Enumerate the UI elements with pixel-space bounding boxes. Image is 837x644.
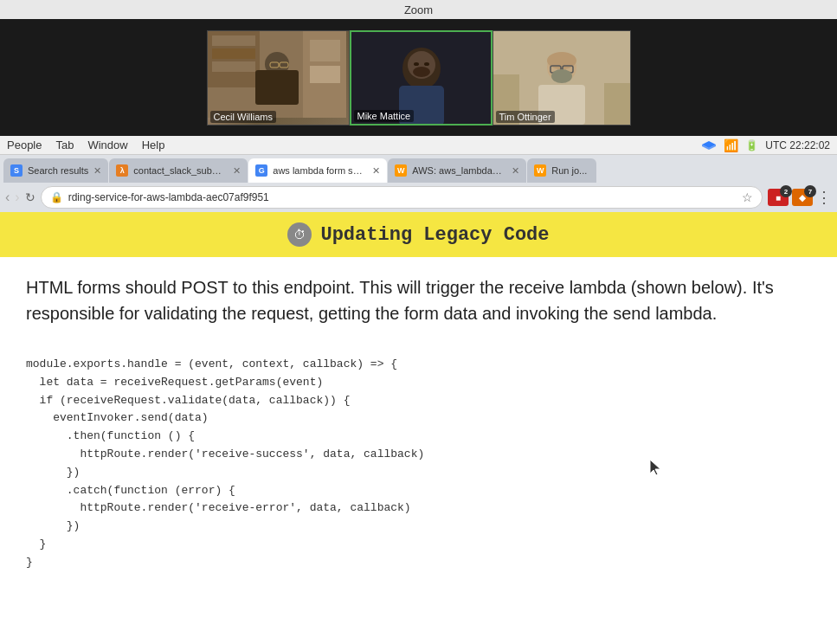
svg-rect-35 xyxy=(604,83,630,125)
badge-7: 7 xyxy=(804,185,816,197)
tab-1-label: Search results xyxy=(28,165,88,176)
participant-3-name: Tim Ottinger xyxy=(496,111,555,123)
banner-title: Updating Legacy Code xyxy=(320,224,549,246)
code-line-8: .catch(function (error) { xyxy=(26,482,811,500)
title-bar: Zoom xyxy=(0,0,837,19)
code-line-3: if (receiveRequest.validate(data, callba… xyxy=(26,392,811,410)
wifi-icon: 📶 xyxy=(724,138,738,152)
video-area: Cecil Williams xyxy=(0,19,837,136)
video-tile-2: Mike Mattice xyxy=(350,30,493,126)
article-paragraph: HTML forms should POST to this endpoint.… xyxy=(26,274,811,326)
page-content: ⏱ Updating Legacy Code HTML forms should… xyxy=(0,212,837,644)
code-line-4: eventInvoker.send(data) xyxy=(26,409,811,428)
tab-3-label: aws lambda form sub... xyxy=(273,165,367,176)
code-line-7: }) xyxy=(26,464,811,482)
url-text: rding-service-for-aws-lambda-aec07af9f95… xyxy=(68,191,742,203)
svg-point-19 xyxy=(414,62,419,66)
svg-rect-12 xyxy=(310,66,340,83)
forward-button[interactable]: › xyxy=(15,190,19,205)
svg-rect-11 xyxy=(310,40,340,61)
address-bar-row: ‹ › ↻ 🔒 rding-service-for-aws-lambda-aec… xyxy=(0,183,837,212)
code-line-2: let data = receiveRequest.getParams(even… xyxy=(26,374,811,392)
svg-point-20 xyxy=(424,62,429,66)
svg-rect-2 xyxy=(212,35,255,46)
extension-icon-2[interactable]: ◆ 7 xyxy=(792,189,813,206)
clock: UTC 22:22:02 xyxy=(765,139,830,151)
mouse-cursor xyxy=(650,460,664,480)
tab-1-close[interactable]: ✕ xyxy=(93,165,101,177)
bookmark-icon[interactable]: ☆ xyxy=(742,190,753,204)
code-line-1: module.exports.handle = (event, context,… xyxy=(26,356,811,374)
tab-4-label: AWS: aws_lambda_fu... xyxy=(412,165,506,176)
banner-icon: ⏱ xyxy=(287,222,312,247)
menu-help[interactable]: Help xyxy=(142,138,165,151)
tab-search-results[interactable]: S Search results ✕ xyxy=(3,158,108,183)
video-tile-1: Cecil Williams xyxy=(207,30,350,126)
video-tile-3: Tim Ottinger xyxy=(493,30,631,126)
menu-people[interactable]: People xyxy=(7,138,42,151)
tab-aws-lambda-fu[interactable]: W AWS: aws_lambda_fu... ✕ xyxy=(388,158,526,183)
tab-2-close[interactable]: ✕ xyxy=(233,165,241,177)
tab-bar: S Search results ✕ λ contact_slack_submi… xyxy=(0,155,837,183)
svg-point-21 xyxy=(413,67,430,77)
refresh-button[interactable]: ↻ xyxy=(25,190,35,204)
address-bar[interactable]: 🔒 rding-service-for-aws-lambda-aec07af9f… xyxy=(41,186,763,209)
browser-menu-icon[interactable]: ⋮ xyxy=(816,188,832,207)
code-block: module.exports.handle = (event, context,… xyxy=(26,347,811,581)
tab-3-close[interactable]: ✕ xyxy=(372,165,380,177)
tab-run-job[interactable]: W Run jo... xyxy=(527,158,596,183)
code-line-5: .then(function () { xyxy=(26,428,811,446)
app-title: Zoom xyxy=(404,3,433,16)
svg-rect-7 xyxy=(255,70,299,105)
code-line-6: httpRoute.render('receive-success', data… xyxy=(26,446,811,464)
dropbox-icon xyxy=(701,138,717,152)
svg-rect-3 xyxy=(212,48,255,59)
page-banner: ⏱ Updating Legacy Code xyxy=(0,212,837,257)
extension-icon-1[interactable]: ■ 2 xyxy=(768,189,789,206)
code-line-11: } xyxy=(26,536,811,554)
video-strip: Cecil Williams xyxy=(207,30,631,126)
lock-icon: 🔒 xyxy=(50,191,63,203)
browser-toolbar-icons: ■ 2 ◆ 7 ⋮ xyxy=(768,188,832,207)
participant-1-name: Cecil Williams xyxy=(210,111,276,123)
tab-5-label: Run jo... xyxy=(551,165,589,176)
menu-window[interactable]: Window xyxy=(87,138,127,151)
svg-point-32 xyxy=(551,69,572,83)
battery-icon: 🔋 xyxy=(745,139,758,151)
tab-2-label: contact_slack_submis... xyxy=(133,165,228,176)
menu-bar: People Tab Window Help 📶 🔋 UTC 22:22:02 xyxy=(0,136,837,155)
menu-bar-right: 📶 🔋 UTC 22:22:02 xyxy=(701,138,830,152)
tab-contact-slack[interactable]: λ contact_slack_submis... ✕ xyxy=(109,158,248,183)
participant-2-name: Mike Mattice xyxy=(354,110,415,122)
article-body: HTML forms should POST to this endpoint.… xyxy=(0,257,837,598)
back-button[interactable]: ‹ xyxy=(5,190,10,205)
svg-marker-39 xyxy=(650,460,660,475)
menu-tab[interactable]: Tab xyxy=(55,138,74,151)
code-line-9: httpRoute.render('receive-error', data, … xyxy=(26,499,811,518)
code-line-10: }) xyxy=(26,518,811,536)
tab-4-close[interactable]: ✕ xyxy=(512,165,519,177)
code-line-12: } xyxy=(26,554,811,572)
svg-rect-4 xyxy=(212,61,255,72)
badge-2: 2 xyxy=(780,185,792,197)
tab-aws-lambda[interactable]: G aws lambda form sub... ✕ xyxy=(248,158,387,183)
